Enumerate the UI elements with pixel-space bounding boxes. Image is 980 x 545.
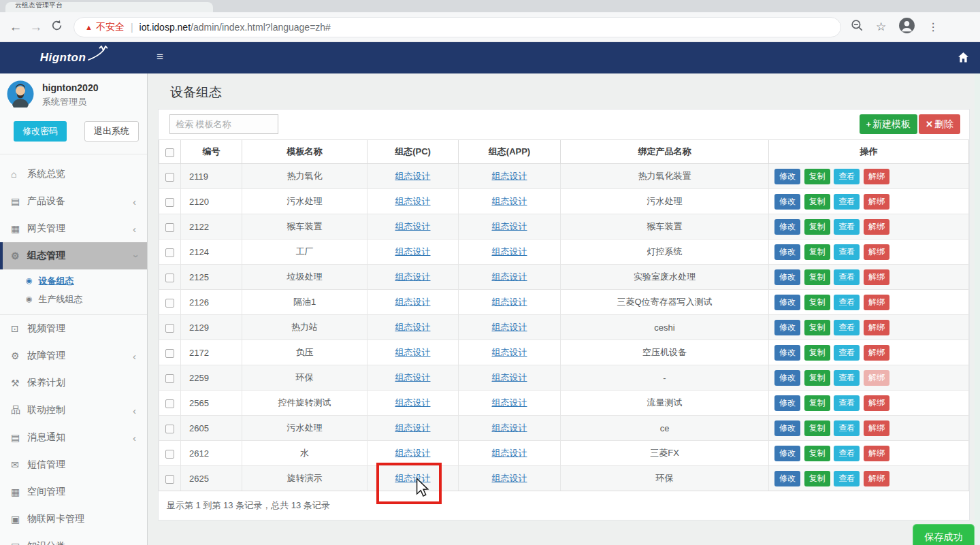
unbind-button[interactable]: 解绑	[864, 169, 889, 184]
unbind-button[interactable]: 解绑	[864, 194, 889, 210]
edit-button[interactable]: 修改	[774, 395, 800, 411]
edit-button[interactable]: 修改	[774, 370, 800, 386]
hamburger-menu-icon[interactable]: ≡	[157, 50, 163, 64]
edit-button[interactable]: 修改	[774, 345, 800, 361]
row-checkbox[interactable]	[165, 173, 174, 182]
unbind-button[interactable]: 解绑	[864, 219, 889, 235]
scada-pc-design-link[interactable]: 组态设计	[395, 246, 431, 257]
logout-button[interactable]: 退出系统	[84, 121, 139, 142]
view-button[interactable]: 查看	[834, 395, 860, 411]
row-checkbox[interactable]	[165, 223, 174, 232]
back-icon[interactable]: ←	[5, 20, 26, 35]
view-button[interactable]: 查看	[834, 446, 860, 461]
scada-app-design-link[interactable]: 组态设计	[492, 448, 527, 458]
scada-pc-design-link[interactable]: 组态设计	[395, 221, 431, 231]
copy-button[interactable]: 复制	[804, 169, 830, 184]
reload-icon[interactable]	[46, 20, 67, 34]
copy-button[interactable]: 复制	[804, 269, 830, 285]
copy-button[interactable]: 复制	[804, 395, 830, 411]
edit-button[interactable]: 修改	[774, 219, 800, 235]
scada-pc-design-link[interactable]: 组态设计	[395, 423, 431, 433]
unbind-button[interactable]: 解绑	[864, 320, 889, 335]
bookmark-star-icon[interactable]: ☆	[876, 20, 886, 34]
unbind-button[interactable]: 解绑	[864, 471, 889, 486]
unbind-button[interactable]: 解绑	[864, 446, 889, 461]
scada-app-design-link[interactable]: 组态设计	[492, 297, 527, 307]
sidebar-item-scada-mgmt[interactable]: ⚙ 组态管理 ‹	[0, 242, 147, 269]
edit-button[interactable]: 修改	[774, 420, 800, 436]
scada-pc-design-link[interactable]: 组态设计	[395, 196, 431, 206]
edit-button[interactable]: 修改	[774, 295, 800, 310]
scada-app-design-link[interactable]: 组态设计	[492, 423, 527, 433]
view-button[interactable]: 查看	[834, 370, 860, 386]
new-template-button[interactable]: +新建模板	[860, 114, 918, 134]
unbind-button[interactable]: 解绑	[864, 420, 889, 436]
change-password-button[interactable]: 修改密码	[14, 121, 67, 142]
scada-app-design-link[interactable]: 组态设计	[492, 171, 527, 181]
scada-app-design-link[interactable]: 组态设计	[492, 347, 527, 357]
scada-pc-design-link[interactable]: 组态设计	[395, 171, 431, 181]
view-button[interactable]: 查看	[834, 471, 860, 486]
copy-button[interactable]: 复制	[804, 320, 830, 335]
scada-app-design-link[interactable]: 组态设计	[492, 473, 527, 483]
unbind-button[interactable]: 解绑	[864, 395, 889, 411]
sidebar-item-fault-mgmt[interactable]: ⚙ 故障管理 ‹	[0, 342, 147, 369]
scada-pc-design-link[interactable]: 组态设计	[395, 271, 431, 282]
unbind-button[interactable]: 解绑	[864, 295, 889, 310]
view-button[interactable]: 查看	[834, 244, 860, 260]
sidebar-item-space-mgmt[interactable]: ▦ 空间管理	[0, 478, 147, 506]
delete-button[interactable]: ✕删除	[919, 114, 960, 134]
sidebar-item-sms-mgmt[interactable]: ✉ 短信管理	[0, 451, 147, 478]
scada-pc-design-link[interactable]: 组态设计	[395, 372, 431, 382]
row-checkbox[interactable]	[165, 324, 174, 333]
home-icon[interactable]	[958, 52, 969, 66]
edit-button[interactable]: 修改	[774, 269, 800, 285]
unbind-button[interactable]: 解绑	[864, 244, 889, 260]
browser-tab[interactable]: 云组态管理平台	[5, 2, 213, 12]
scada-app-design-link[interactable]: 组态设计	[492, 271, 527, 282]
copy-button[interactable]: 复制	[804, 194, 830, 210]
row-checkbox[interactable]	[165, 198, 174, 207]
copy-button[interactable]: 复制	[804, 420, 830, 436]
forward-icon[interactable]: →	[26, 20, 46, 35]
row-checkbox[interactable]	[165, 475, 174, 484]
view-button[interactable]: 查看	[834, 169, 860, 184]
not-secure-label[interactable]: 不安全	[96, 21, 125, 33]
scada-app-design-link[interactable]: 组态设计	[492, 196, 527, 206]
edit-button[interactable]: 修改	[774, 320, 800, 335]
row-checkbox[interactable]	[165, 248, 174, 257]
copy-button[interactable]: 复制	[804, 295, 830, 310]
sidebar-item-iot-card-mgmt[interactable]: ▣ 物联网卡管理	[0, 506, 147, 533]
sidebar-item-system-overview[interactable]: ⌂ 系统总览	[0, 161, 147, 188]
browser-menu-icon[interactable]: ⋮	[928, 20, 938, 33]
copy-button[interactable]: 复制	[804, 446, 830, 461]
sidebar-item-product-device[interactable]: ▤ 产品设备 ‹	[0, 188, 147, 215]
copy-button[interactable]: 复制	[804, 244, 830, 260]
view-button[interactable]: 查看	[834, 295, 860, 310]
row-checkbox[interactable]	[165, 299, 174, 308]
sidebar-item-gateway-mgmt[interactable]: ▦ 网关管理 ‹	[0, 215, 147, 242]
scada-pc-design-link[interactable]: 组态设计	[395, 448, 431, 458]
edit-button[interactable]: 修改	[774, 169, 800, 184]
edit-button[interactable]: 修改	[774, 446, 800, 461]
scada-app-design-link[interactable]: 组态设计	[492, 221, 527, 231]
edit-button[interactable]: 修改	[774, 194, 800, 210]
logo[interactable]: Hignton	[0, 42, 148, 73]
profile-avatar-icon[interactable]	[898, 17, 915, 37]
unbind-button[interactable]: 解绑	[864, 345, 889, 361]
copy-button[interactable]: 复制	[804, 471, 830, 486]
sidebar-item-message-notice[interactable]: ▤ 消息通知 ‹	[0, 424, 147, 451]
row-checkbox[interactable]	[165, 274, 174, 282]
row-checkbox[interactable]	[165, 425, 174, 433]
copy-button[interactable]: 复制	[804, 345, 830, 361]
row-checkbox[interactable]	[165, 450, 174, 459]
scada-app-design-link[interactable]: 组态设计	[492, 397, 527, 408]
view-button[interactable]: 查看	[834, 345, 860, 361]
view-button[interactable]: 查看	[834, 320, 860, 335]
sidebar-item-knowledge-class[interactable]: ▤ 知识分类	[0, 533, 147, 545]
edit-button[interactable]: 修改	[774, 244, 800, 260]
row-checkbox[interactable]	[165, 349, 174, 358]
sidebar-item-linkage-control[interactable]: 品 联动控制 ‹	[0, 397, 147, 424]
sidebar-item-video-mgmt[interactable]: ⊡ 视频管理	[0, 315, 147, 342]
view-button[interactable]: 查看	[834, 269, 860, 285]
